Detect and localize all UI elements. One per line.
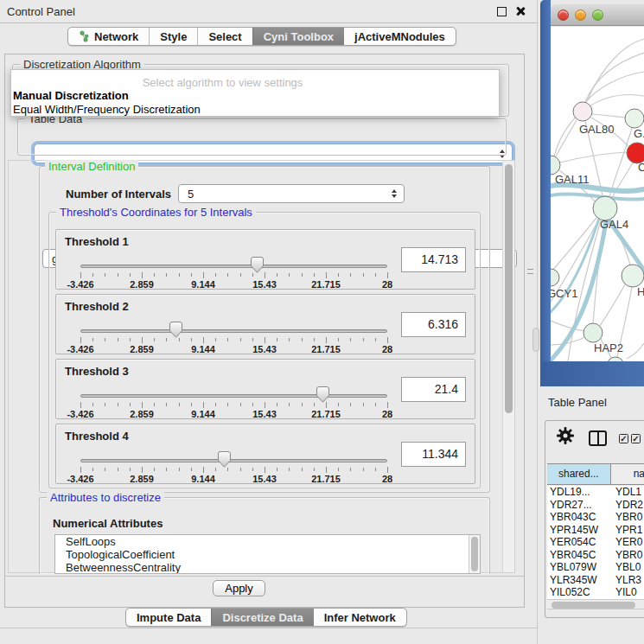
cell-shared-name: YER054C xyxy=(547,536,611,549)
tab-label: Infer Network xyxy=(324,611,396,624)
table-row[interactable]: YIL052CYIL0 xyxy=(547,586,644,599)
slider-thumb[interactable] xyxy=(251,257,264,273)
close-panel-icon[interactable] xyxy=(515,6,526,16)
attributes-list: SelfLoopsTopologicalCoefficientBetweenne… xyxy=(54,534,481,574)
tab-style[interactable]: Style xyxy=(149,28,197,45)
threshold-value-field[interactable]: 6.316 xyxy=(401,312,466,337)
slider-tick xyxy=(265,337,265,343)
vertical-scrollbar[interactable] xyxy=(502,161,514,572)
slider-thumb[interactable] xyxy=(218,451,231,468)
slider-track[interactable] xyxy=(80,459,387,462)
slider-tick xyxy=(80,467,81,473)
network-window-titlebar[interactable] xyxy=(551,4,644,26)
tab-cyni-toolbox[interactable]: Cyni Toolbox xyxy=(252,28,344,45)
table-row[interactable]: YER054CYER0 xyxy=(547,536,644,549)
cell-name: YPR1 xyxy=(611,524,644,537)
list-scrollbar[interactable] xyxy=(469,535,480,573)
column-header-name[interactable]: na xyxy=(611,464,644,484)
slider-tick xyxy=(240,468,241,471)
threshold-value-field[interactable]: 11.344 xyxy=(401,442,466,467)
network-node-gcy1[interactable] xyxy=(551,269,559,286)
number-of-intervals-select[interactable]: 5 xyxy=(178,184,405,203)
tab-jactivemnodules[interactable]: jActiveMNodules xyxy=(344,28,456,45)
checkbox-icon[interactable]: ✓ xyxy=(619,434,628,443)
number-of-intervals-label: Number of Intervals xyxy=(66,188,171,201)
slider-track[interactable] xyxy=(80,394,387,398)
slider-track[interactable] xyxy=(80,329,387,333)
close-window-icon[interactable] xyxy=(558,10,569,21)
slider-scale-label: 2.859 xyxy=(130,279,154,290)
network-node-node-g[interactable] xyxy=(625,109,644,128)
float-window-icon[interactable] xyxy=(497,7,507,16)
threshold-slider[interactable]: -3.4262.8599.14415.4321.71528 xyxy=(80,230,387,290)
checkbox-icon[interactable]: ✓ xyxy=(631,434,641,443)
tab-impute-data[interactable]: Impute Data xyxy=(126,609,211,626)
slider-tick xyxy=(363,468,364,471)
network-node-gal80[interactable] xyxy=(573,102,592,121)
control-panel-titlebar: Control Panel xyxy=(0,0,537,23)
slider-tick xyxy=(387,467,388,473)
dropdown-item-manual-discretization[interactable]: Manual Discretization xyxy=(13,89,129,102)
network-node-node-h[interactable] xyxy=(622,265,644,287)
network-node-gal4[interactable] xyxy=(593,196,617,220)
minimize-window-icon[interactable] xyxy=(575,10,586,21)
slider-thumb[interactable] xyxy=(169,322,182,338)
scrollbar-thumb[interactable] xyxy=(505,164,513,413)
slider-tick xyxy=(80,272,81,278)
horizontal-scrollbar[interactable] xyxy=(547,599,644,609)
slider-tick xyxy=(191,273,192,277)
gear-icon[interactable] xyxy=(557,427,574,444)
tab-select[interactable]: Select xyxy=(197,28,252,45)
table-row[interactable]: YBR043CYBR0 xyxy=(547,511,644,524)
slider-tick xyxy=(277,468,277,471)
panel-divider-handle[interactable] xyxy=(532,328,539,352)
slider-tick xyxy=(350,273,351,277)
network-view-canvas[interactable]: GAL80G.GAL11CGAL4GCY1HHAP2 xyxy=(551,27,644,361)
slider-scale-label: -3.426 xyxy=(67,344,93,354)
zoom-window-icon[interactable] xyxy=(592,10,603,21)
table-panel-window: ✓ ✓ shared... na YDL19...YDL1YDR27...YDR… xyxy=(545,420,644,618)
slider-tick xyxy=(215,468,216,471)
tab-infer-network[interactable]: Infer Network xyxy=(314,609,406,626)
apply-button[interactable]: Apply xyxy=(213,580,265,596)
slider-tick xyxy=(350,338,351,341)
tab-discretize-data[interactable]: Discretize Data xyxy=(211,609,313,626)
tab-network[interactable]: Network xyxy=(68,28,149,45)
threshold-value-field[interactable]: 21.4 xyxy=(401,377,466,402)
slider-track[interactable] xyxy=(80,265,387,268)
split-columns-icon[interactable] xyxy=(589,430,607,446)
network-node-hap2[interactable] xyxy=(583,323,603,342)
scrollbar-thumb[interactable] xyxy=(471,537,478,571)
slider-tick xyxy=(375,403,376,406)
slider-tick xyxy=(118,338,118,341)
dropdown-item-equal-width-frequency-discretization[interactable]: Equal Width/Frequency Discretization xyxy=(13,103,201,116)
slider-tick xyxy=(179,338,180,341)
attribute-item-selfloops[interactable]: SelfLoops xyxy=(55,535,480,548)
table-row[interactable]: YLR345WYLR3 xyxy=(547,574,644,587)
column-header-shared[interactable]: shared... xyxy=(547,464,611,484)
slider-tick xyxy=(215,273,216,277)
network-edge xyxy=(627,343,644,359)
threshold-slider[interactable]: -3.4262.8599.14415.4321.71528 xyxy=(80,424,387,485)
table-row[interactable]: YPR145WYPR1 xyxy=(547,524,644,537)
threshold-slider[interactable]: -3.4262.8599.14415.4321.71528 xyxy=(80,360,387,420)
network-node-node-bottom[interactable] xyxy=(607,357,624,361)
cell-shared-name: YLR345W xyxy=(547,574,611,587)
threshold-value-field[interactable]: 14.713 xyxy=(401,247,466,272)
attribute-item-topologicalcoefficient[interactable]: TopologicalCoefficient xyxy=(55,548,480,561)
scrollbar-thumb[interactable] xyxy=(552,602,635,609)
network-graph: GAL80G.GAL11CGAL4GCY1HHAP2 xyxy=(551,27,644,361)
table-body: YDL19...YDL1YDR27...YDR2YBR043CYBR0YPR14… xyxy=(547,486,644,599)
table-row[interactable]: YBR045CYBR0 xyxy=(547,549,644,562)
attribute-item-betweennesscentrality[interactable]: BetweennessCentrality xyxy=(55,561,480,574)
slider-tick xyxy=(240,403,241,406)
threshold-slider[interactable]: -3.4262.8599.14415.4321.71528 xyxy=(80,295,387,355)
network-node-gal11[interactable] xyxy=(551,156,560,175)
table-row[interactable]: YDL19...YDL1 xyxy=(547,486,644,499)
table-row[interactable]: YBL079WYBL0 xyxy=(547,561,644,574)
slider-tick xyxy=(130,468,131,471)
slider-tick xyxy=(289,273,290,277)
table-row[interactable]: YDR27...YDR2 xyxy=(547,499,644,512)
slider-thumb[interactable] xyxy=(316,386,329,403)
panel-divider-grip[interactable] xyxy=(527,269,533,274)
